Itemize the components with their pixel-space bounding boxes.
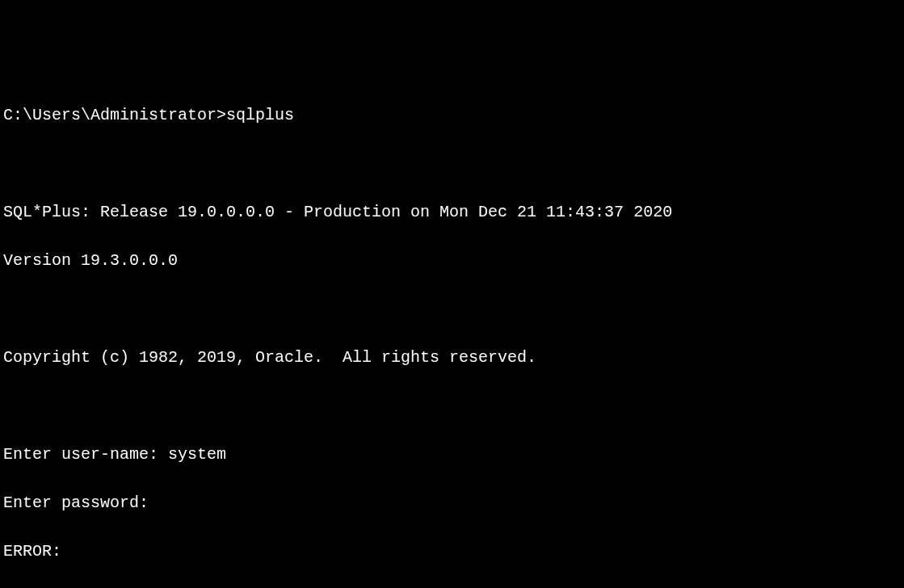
prompt-path: C:\Users\Administrator> [3, 106, 226, 124]
username-prompt-label: Enter user-name: [3, 445, 168, 464]
sqlplus-banner-version: Version 19.3.0.0.0 [3, 249, 901, 273]
blank-line [3, 394, 901, 418]
blank-line [3, 297, 901, 321]
command-prompt-line[interactable]: C:\Users\Administrator>sqlplus [3, 103, 901, 128]
blank-line [3, 152, 901, 176]
error-label: ERROR: [3, 540, 901, 564]
command-input: sqlplus [226, 106, 294, 124]
username-prompt-line[interactable]: Enter user-name: system [3, 443, 901, 467]
username-value: system [168, 445, 226, 464]
password-prompt-line[interactable]: Enter password: [3, 491, 901, 515]
sqlplus-banner-release: SQL*Plus: Release 19.0.0.0.0 - Productio… [3, 200, 901, 225]
copyright-line: Copyright (c) 1982, 2019, Oracle. All ri… [3, 346, 901, 370]
